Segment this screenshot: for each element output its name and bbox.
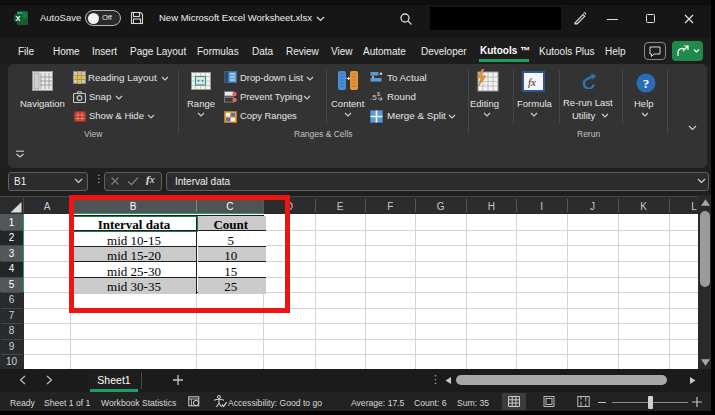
svg-text:X: X bbox=[15, 14, 20, 23]
svg-text:fx: fx bbox=[528, 76, 536, 88]
svg-text:$: $ bbox=[377, 91, 380, 97]
svg-text:?: ? bbox=[643, 76, 650, 91]
